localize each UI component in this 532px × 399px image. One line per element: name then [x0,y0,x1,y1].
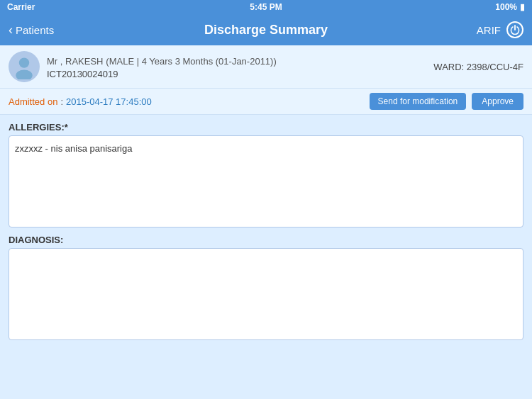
carrier-label: Carrier [7,2,35,12]
back-chevron-icon: ‹ [9,23,13,36]
back-button[interactable]: ‹ Patients [9,23,54,36]
send-modification-button[interactable]: Send for modification [370,93,467,110]
main-content: ALLERGIES:* zxzxxz - nis anisa panisarig… [0,115,532,399]
patient-details: (MALE | 4 Years 3 Months (01-Jan-2011)) [106,56,276,67]
allergies-section: ALLERGIES:* zxzxxz - nis anisa panisarig… [9,122,523,227]
nav-bar: ‹ Patients Discharge Summary ARIF [0,14,532,45]
patient-id: ICT20130024019 [47,69,277,79]
svg-point-1 [16,70,32,80]
page-title: Discharge Summary [204,23,328,38]
admission-actions: Send for modification Approve [370,93,523,110]
patient-header: Mr , RAKESH (MALE | 4 Years 3 Months (01… [0,45,532,89]
admitted-on-label: Admitted on [9,96,57,107]
approve-button[interactable]: Approve [472,93,523,110]
svg-point-0 [19,57,29,67]
allergies-label: ALLERGIES:* [9,122,523,133]
admission-row: Admitted on : 2015-04-17 17:45:00 Send f… [0,89,532,115]
patient-left-section: Mr , RAKESH (MALE | 4 Years 3 Months (01… [9,51,277,82]
nav-right-actions: ARIF [477,21,523,38]
diagnosis-label: DIAGNOSIS: [9,235,523,245]
allergies-textbox[interactable]: zxzxxz - nis anisa panisariga [9,135,523,227]
battery-icon: ▮ [520,2,525,12]
patient-name: Mr , RAKESH (MALE | 4 Years 3 Months (01… [47,55,277,67]
admitted-date: 2015-04-17 17:45:00 [66,96,152,107]
power-icon [510,25,520,35]
patient-name-line: Mr , RAKESH (MALE | 4 Years 3 Months (01… [47,55,277,67]
status-time: 5:45 PM [250,2,282,12]
avatar [9,51,40,82]
status-bar: Carrier 5:45 PM 100% ▮ [0,0,532,14]
back-label: Patients [16,24,54,36]
user-name: ARIF [477,24,501,36]
battery-label: 100% [495,2,517,12]
allergies-content: zxzxxz - nis anisa panisariga [15,143,132,154]
power-button[interactable] [506,21,523,38]
patient-info: Mr , RAKESH (MALE | 4 Years 3 Months (01… [47,55,277,79]
status-right: 100% ▮ [495,2,525,12]
admission-info: Admitted on : 2015-04-17 17:45:00 [9,96,152,107]
diagnosis-section: DIAGNOSIS: [9,235,523,340]
diagnosis-textbox[interactable] [9,248,523,340]
admitted-colon: : [60,96,63,107]
patient-ward: WARD: 2398/CCU-4F [433,62,523,72]
patient-name-text: Mr , RAKESH [47,56,103,67]
